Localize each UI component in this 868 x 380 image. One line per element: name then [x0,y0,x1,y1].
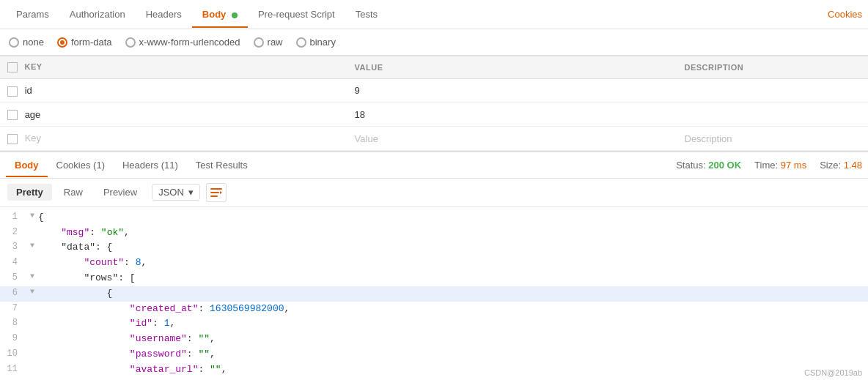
placeholder-value: Value [347,127,677,151]
collapse-toggle[interactable]: ▼ [26,286,38,298]
line-number: 8 [0,316,26,330]
wrap-button[interactable] [206,183,227,202]
json-line: 11 "avatar_url": "", [0,362,868,378]
table-row: id 9 [0,79,868,103]
row-checkbox[interactable] [7,110,18,120]
json-line: 3▼ "data": { [0,240,868,256]
json-line: 7 "created_at": 1630569982000, [0,302,868,317]
svg-rect-0 [210,188,222,190]
value-cell: 9 [347,79,677,103]
table-row-placeholder: Key Value Description [0,127,868,151]
radio-binary[interactable] [296,37,306,48]
json-line: 8 "id": 1, [0,316,868,332]
tab-pre-request[interactable]: Pre-request Script [248,1,345,27]
line-content: "msg": "ok", [38,226,868,241]
option-form-data[interactable]: form-data [57,37,112,48]
top-tabs-bar: Params Authorization Headers Body Pre-re… [0,0,868,29]
kv-table: KEY VALUE DESCRIPTION id 9 age 18 Key Va… [0,56,868,151]
line-number: 6 [0,286,26,300]
line-content: "username": "", [38,332,868,347]
tab-tests[interactable]: Tests [345,1,388,27]
chevron-down-icon: ▾ [188,187,194,198]
json-line: 2 "msg": "ok", [0,226,868,241]
tab-params[interactable]: Params [6,1,59,27]
radio-x-www[interactable] [125,37,136,48]
time-value: 97 ms [781,160,806,171]
line-number: 4 [0,256,26,269]
radio-none[interactable] [9,37,19,48]
col-header-value: VALUE [347,56,677,79]
json-line: 9 "username": "", [0,332,868,347]
body-active-dot [232,12,238,18]
line-content: "id": 1, [38,316,868,332]
tab-headers[interactable]: Headers [136,1,192,27]
line-content: "avatar_url": "", [38,362,868,378]
kv-rows: id 9 age 18 Key Value Description [0,79,868,151]
resp-tab-headers[interactable]: Headers (11) [114,154,187,176]
resp-tab-body[interactable]: Body [6,154,48,176]
line-number: 11 [0,362,26,376]
response-status: Status: 200 OK Time: 97 ms Size: 1.48 [676,160,862,171]
line-content: "rows": [ [38,271,868,286]
size-value: 1.48 [844,160,862,171]
col-header-desc: DESCRIPTION [677,56,869,79]
view-pretty[interactable]: Pretty [7,184,52,201]
watermark: CSDN@2019ab [804,368,862,377]
col-header-key: KEY [0,56,347,79]
collapse-toggle[interactable]: ▼ [26,210,38,222]
line-number: 5 [0,271,26,285]
line-number: 7 [0,302,26,316]
radio-raw[interactable] [254,37,264,48]
kv-header-row: KEY VALUE DESCRIPTION [0,56,868,79]
line-content: { [38,286,868,302]
key-cell: id [25,85,32,96]
placeholder-checkbox[interactable] [7,134,18,144]
line-content: "data": { [38,240,868,256]
row-checkbox[interactable] [7,86,18,97]
tab-body[interactable]: Body [192,1,248,27]
line-number: 9 [0,332,26,346]
desc-cell [677,103,869,127]
response-bar: Body Cookies (1) Headers (11) Test Resul… [0,151,868,179]
tab-authorization[interactable]: Authorization [59,1,136,27]
desc-cell [677,79,869,103]
option-binary[interactable]: binary [296,37,336,48]
line-number: 10 [0,347,26,361]
placeholder-desc: Description [677,127,869,151]
view-bar: Pretty Raw Preview JSON ▾ [0,179,868,207]
line-content: "count": 8, [38,256,868,271]
collapse-toggle[interactable]: ▼ [26,271,38,283]
view-preview[interactable]: Preview [95,184,146,201]
option-raw[interactable]: raw [254,37,283,48]
value-cell: 18 [347,103,677,127]
key-cell: age [25,109,41,120]
line-number: 2 [0,226,26,239]
line-content: "created_at": 1630569982000, [38,302,868,317]
json-line: 5▼ "rows": [ [0,271,868,286]
format-select[interactable]: JSON ▾ [152,184,200,201]
size-label: Size: 1.48 [820,160,862,171]
time-label: Time: 97 ms [754,160,806,171]
line-number: 3 [0,240,26,254]
line-content: "password": "", [38,347,868,362]
cookies-link[interactable]: Cookies [828,9,862,20]
wrap-icon [210,187,223,198]
option-none[interactable]: none [9,37,44,48]
json-line: 4 "count": 8, [0,256,868,271]
resp-tab-test-results[interactable]: Test Results [187,154,257,176]
collapse-toggle[interactable]: ▼ [26,240,38,252]
placeholder-key: Key [25,133,41,144]
status-value: 200 OK [708,160,741,171]
json-line: 1▼{ [0,210,868,226]
header-checkbox[interactable] [7,62,18,72]
body-options-row: none form-data x-www-form-urlencoded raw… [0,29,868,56]
line-number: 1 [0,210,26,224]
svg-rect-1 [210,192,219,193]
json-line: 6▼ { [0,286,868,302]
table-row: age 18 [0,103,868,127]
resp-tab-cookies[interactable]: Cookies (1) [48,154,114,176]
view-raw[interactable]: Raw [55,184,92,201]
radio-form-data[interactable] [57,37,67,48]
option-x-www[interactable]: x-www-form-urlencoded [125,37,240,48]
svg-rect-2 [210,195,218,197]
